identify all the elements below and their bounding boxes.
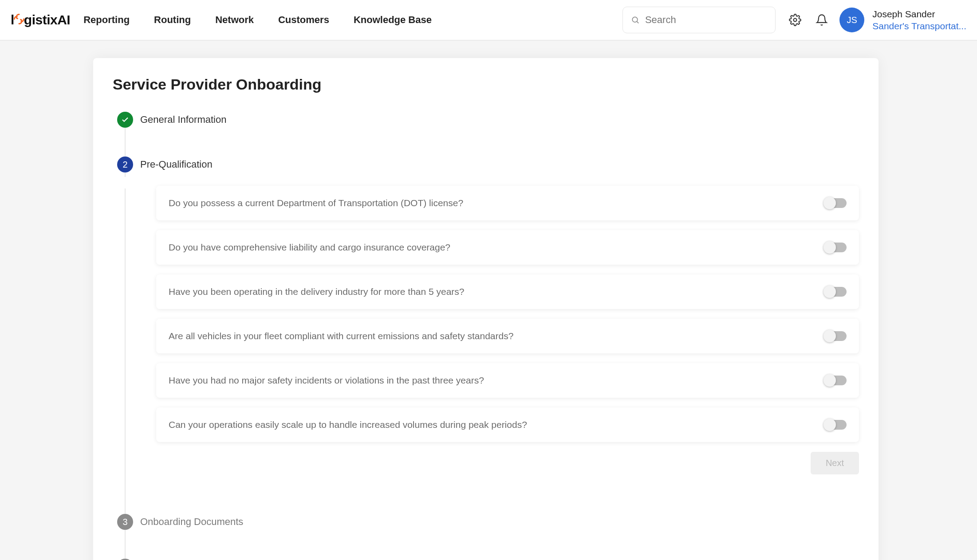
question-toggle[interactable] (824, 331, 847, 341)
onboarding-card: Service Provider Onboarding General Info… (93, 58, 879, 560)
question-toggle[interactable] (824, 287, 847, 297)
nav-knowledge-base[interactable]: Knowledge Base (354, 14, 432, 26)
user-name: Joseph Sander (872, 8, 966, 20)
question-text: Have you had no major safety incidents o… (169, 375, 484, 386)
question-toggle[interactable] (824, 198, 847, 208)
svg-point-2 (794, 19, 797, 22)
question-toggle[interactable] (824, 376, 847, 385)
question-text: Do you possess a current Department of T… (169, 198, 463, 208)
question-text: Do you have comprehensive liability and … (169, 242, 450, 253)
step-connector (117, 530, 859, 559)
question-text: Are all vehicles in your fleet compliant… (169, 331, 513, 341)
nav-routing[interactable]: Routing (154, 14, 191, 26)
search-input[interactable] (645, 14, 767, 26)
search-box[interactable] (622, 7, 776, 33)
nav-customers[interactable]: Customers (278, 14, 329, 26)
step-connector (125, 188, 126, 490)
svg-point-0 (632, 17, 638, 22)
bell-icon (815, 14, 828, 26)
step-number-badge: 3 (117, 514, 133, 530)
next-button[interactable]: Next (811, 452, 859, 474)
page-title: Service Provider Onboarding (113, 76, 859, 93)
question-row: Have you had no major safety incidents o… (156, 363, 859, 398)
step-pre-qualification[interactable]: 2 Pre-Qualification (117, 157, 859, 172)
app-logo: l gistixAI (11, 12, 70, 27)
step-number-badge: 2 (117, 157, 133, 172)
question-row: Can your operations easily scale up to h… (156, 407, 859, 442)
app-header: l gistixAI Reporting Routing Network Cus… (0, 0, 977, 40)
step-body-container: Do you possess a current Department of T… (117, 172, 859, 485)
step-label: Pre-Qualification (140, 157, 213, 172)
user-info[interactable]: Joseph Sander Sander's Transportat... (872, 8, 966, 32)
nav-reporting[interactable]: Reporting (83, 14, 130, 26)
notifications-button[interactable] (813, 11, 831, 29)
gear-icon (789, 14, 801, 26)
logo-swirl-icon (13, 13, 25, 27)
main-nav: Reporting Routing Network Customers Know… (83, 14, 432, 26)
content-scroll[interactable]: Service Provider Onboarding General Info… (0, 40, 977, 560)
step-onboarding-documents[interactable]: 3 Onboarding Documents (117, 514, 859, 530)
question-row: Have you been operating in the delivery … (156, 274, 859, 309)
nav-network[interactable]: Network (215, 14, 254, 26)
svg-line-1 (637, 22, 639, 23)
question-row: Are all vehicles in your fleet compliant… (156, 319, 859, 353)
check-icon (117, 112, 133, 128)
step-connector (117, 485, 859, 514)
step-label: General Information (140, 112, 226, 128)
questions-list: Do you possess a current Department of T… (156, 186, 859, 474)
question-row: Do you have comprehensive liability and … (156, 230, 859, 265)
question-row: Do you possess a current Department of T… (156, 186, 859, 220)
step-connector (117, 128, 859, 157)
avatar-initials: JS (847, 15, 857, 25)
step-general-information[interactable]: General Information (117, 112, 859, 128)
question-text: Can your operations easily scale up to h… (169, 419, 527, 430)
stepper: General Information 2 Pre-Qualification … (117, 112, 859, 560)
search-icon (631, 15, 640, 25)
question-toggle[interactable] (824, 243, 847, 252)
question-toggle[interactable] (824, 420, 847, 430)
logo-text-suffix: gistixAI (24, 12, 70, 27)
next-button-row: Next (156, 452, 859, 474)
settings-button[interactable] (786, 11, 804, 29)
user-org: Sander's Transportat... (872, 20, 966, 32)
question-text: Have you been operating in the delivery … (169, 286, 465, 297)
step-label: Onboarding Documents (140, 514, 243, 530)
user-avatar[interactable]: JS (839, 8, 864, 32)
